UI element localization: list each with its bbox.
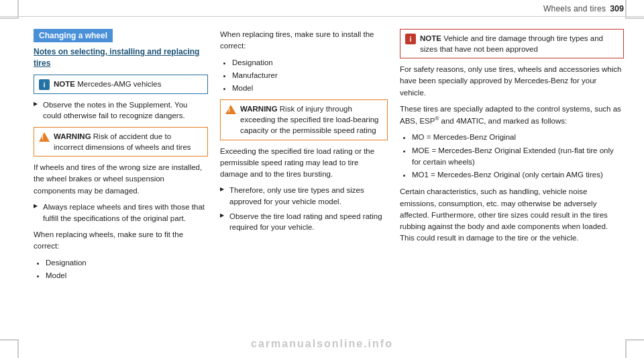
bullet-list-mid: Designation Manufacturer Model xyxy=(220,57,388,95)
arrow-list-1: Observe the notes in the Supplement. You… xyxy=(34,99,208,122)
watermark: carmanualsonline.info xyxy=(251,338,393,350)
section-heading: Changing a wheel xyxy=(34,29,113,42)
right-column: i NOTE Vehicle and tire damage through t… xyxy=(400,29,624,287)
body-text-mid-2: Exceeding the specified tire load rating… xyxy=(220,146,388,181)
note-label-right-1: NOTE xyxy=(420,34,441,42)
note-text-1: Mercedes-AMG vehicles xyxy=(77,80,161,88)
page-title: Wheels and tires xyxy=(543,4,606,13)
body-text-left-2: When replacing wheels, make sure to fit … xyxy=(34,229,208,253)
warning-box-2: WARNING Risk of injury through exceeding… xyxy=(220,99,388,140)
body-text-left-1: If wheels and tires of the wrong size ar… xyxy=(34,162,208,197)
arrow-item-2: Always replace wheels and tires with tho… xyxy=(34,202,208,224)
bullet-item-mid-2: Manufacturer xyxy=(232,70,388,81)
note-label-1: NOTE xyxy=(54,80,75,88)
arrow-item-mid-2: Observe the tire load rating and speed r… xyxy=(220,211,388,233)
arrow-item-mid-1: Therefore, only use tire types and sizes… xyxy=(220,185,388,207)
left-column: Changing a wheel Notes on selecting, ins… xyxy=(34,29,208,287)
bullet-item-mid-3: Model xyxy=(232,83,388,94)
main-content: Changing a wheel Notes on selecting, ins… xyxy=(0,17,644,299)
arrow-item-1: Observe the notes in the Supplement. You… xyxy=(34,99,208,122)
esp-sup: ® xyxy=(435,116,439,122)
note-icon-right-1: i xyxy=(405,34,416,44)
bullet-list-right: MO = Mercedes-Benz Original MOE = Merced… xyxy=(400,132,624,181)
body-text-mid-1: When replacing tires, make sure to insta… xyxy=(220,29,388,52)
arrow-list-2: Always replace wheels and tires with tho… xyxy=(34,202,208,224)
warning-triangle-2 xyxy=(225,105,236,114)
note-content-right-1: NOTE Vehicle and tire damage through tir… xyxy=(420,33,619,54)
note-box-1: i NOTE Mercedes-AMG vehicles xyxy=(34,75,208,94)
body-text-right-2: These tires are specially adapted to the… xyxy=(400,103,624,127)
warning-box-1: WARNING Risk of accident due to incorrec… xyxy=(34,127,208,156)
bullet-item-right-1: MO = Mercedes-Benz Original xyxy=(412,132,624,143)
warning-triangle-1 xyxy=(39,132,50,142)
bullet-item-left-2: Model xyxy=(46,270,208,281)
body-text-right-3: Certain characteristics, such as handlin… xyxy=(400,186,624,244)
bullet-list-left: Designation Model xyxy=(34,257,208,282)
page-number: 309 xyxy=(610,4,624,13)
subsection-heading: Notes on selecting, installing and repla… xyxy=(34,46,208,69)
page-header: Wheels and tires 309 xyxy=(0,0,644,17)
warning-label-1: WARNING xyxy=(54,132,91,140)
warning-content-2: WARNING Risk of injury through exceeding… xyxy=(240,103,382,136)
bullet-item-right-2: MOE = Mercedes-Benz Original Extended (r… xyxy=(412,145,624,169)
note-text-right-1: Vehicle and tire damage through tire typ… xyxy=(420,34,603,53)
corner-mark-bl xyxy=(0,339,19,358)
mid-column: When replacing tires, make sure to insta… xyxy=(220,29,388,287)
page-container: Wheels and tires 309 Changing a wheel No… xyxy=(0,0,644,358)
body-text-right-1: For safety reasons, only use tires, whee… xyxy=(400,64,624,99)
arrow-list-mid: Therefore, only use tire types and sizes… xyxy=(220,185,388,233)
warning-label-2: WARNING xyxy=(240,105,278,113)
note-box-right-1: i NOTE Vehicle and tire damage through t… xyxy=(400,29,624,58)
bullet-item-left-1: Designation xyxy=(46,257,208,269)
warning-content-1: WARNING Risk of accident due to incorrec… xyxy=(54,131,203,152)
bullet-item-right-3: MO1 = Mercedes-Benz Original (only certa… xyxy=(412,169,624,181)
corner-mark-br xyxy=(625,339,644,358)
note-icon-1: i xyxy=(39,79,50,90)
bullet-item-mid-1: Designation xyxy=(232,57,388,69)
note-content-1: NOTE Mercedes-AMG vehicles xyxy=(54,79,161,89)
